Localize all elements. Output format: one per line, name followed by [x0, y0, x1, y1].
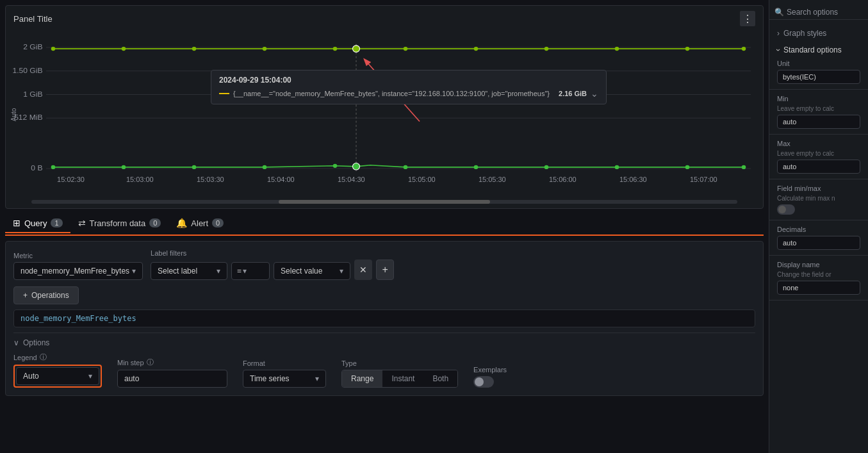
display-name-sub: Change the field or — [777, 271, 860, 278]
tab-transform-badge: 0 — [149, 218, 161, 227]
label-filters-controls: Select label ▾ = ▾ Select value ▾ ✕ + — [151, 259, 394, 280]
display-name-input[interactable] — [777, 281, 860, 295]
standard-options-header: › Standard options — [777, 45, 860, 54]
legend-option-label: Legend ⓘ — [13, 352, 102, 362]
metric-select[interactable]: node_memory_MemFree_bytes ▾ — [13, 262, 143, 280]
standard-options-label: Standard options — [783, 45, 842, 54]
min-option-label: Min — [777, 95, 860, 103]
type-instant-button[interactable]: Instant — [382, 370, 423, 387]
svg-point-44 — [742, 165, 746, 169]
options-label: Options — [23, 338, 49, 347]
svg-text:2 GiB: 2 GiB — [23, 42, 42, 51]
graph-styles-header: › Graph styles — [777, 29, 860, 38]
svg-line-46 — [364, 60, 420, 122]
operations-label: Operations — [31, 291, 69, 300]
tab-alert-badge: 0 — [212, 218, 224, 227]
graph-styles-label: Graph styles — [783, 29, 826, 38]
min-option-input[interactable] — [777, 115, 860, 129]
svg-text:15:03:30: 15:03:30 — [197, 176, 224, 183]
max-option-sub: Leave empty to calc — [777, 150, 860, 157]
type-group: Range Instant Both — [341, 370, 458, 388]
standard-options-chevron-icon: › — [774, 49, 783, 51]
alert-tab-icon: 🔔 — [176, 218, 187, 228]
y-axis-label: Auto — [10, 108, 17, 122]
max-option-input[interactable] — [777, 160, 860, 174]
value-chevron-icon: ▾ — [340, 267, 343, 276]
svg-point-35 — [192, 165, 197, 169]
standard-options-section[interactable]: › Standard options — [769, 42, 868, 54]
svg-text:15:07:00: 15:07:00 — [690, 176, 717, 183]
decimals-option-label: Decimals — [777, 226, 860, 233]
svg-point-30 — [615, 47, 619, 51]
value-select[interactable]: Select value ▾ — [274, 262, 350, 280]
clear-filter-button[interactable]: ✕ — [354, 259, 372, 280]
svg-text:15:03:00: 15:03:00 — [126, 176, 154, 183]
legend-info-icon: ⓘ — [40, 352, 47, 362]
operations-button[interactable]: + Operations — [13, 286, 79, 304]
graph-styles-section[interactable]: › Graph styles — [769, 25, 868, 42]
svg-text:15:05:00: 15:05:00 — [408, 176, 436, 183]
panel-menu-button[interactable]: ⋮ — [740, 11, 755, 26]
unit-option-label: Unit — [777, 60, 860, 67]
unit-option-value[interactable]: bytes(IEC) — [777, 70, 860, 84]
format-chevron-icon: ▾ — [315, 374, 319, 383]
transform-tab-icon: ⇄ — [78, 218, 86, 228]
tab-query-label: Query — [24, 218, 47, 228]
svg-text:15:04:00: 15:04:00 — [267, 176, 295, 183]
chart-svg: 2 GiB 1.50 GiB 1 GiB 512 MiB 0 B 15:02:3… — [11, 34, 758, 195]
tab-transform[interactable]: ⇄ Transform data 0 — [70, 214, 169, 233]
operator-select[interactable]: = ▾ — [231, 262, 270, 280]
query-expression[interactable]: node_memory_MemFree_bytes — [13, 309, 755, 327]
decimals-option: Decimals — [769, 220, 868, 256]
label-filters-group: Label filters Select label ▾ = ▾ Select … — [151, 249, 394, 280]
sidebar-search[interactable]: 🔍 Search options — [769, 5, 868, 20]
svg-point-38 — [353, 163, 360, 170]
type-both-button[interactable]: Both — [423, 370, 457, 387]
legend-select[interactable]: Auto ▾ — [16, 367, 99, 385]
svg-point-36 — [263, 165, 267, 169]
tab-alert[interactable]: 🔔 Alert 0 — [168, 214, 231, 233]
operations-plus-icon: + — [23, 291, 28, 300]
field-minmax-option: Field min/max Calculate min max n — [769, 179, 868, 220]
query-tab-icon: ⊞ — [13, 218, 20, 228]
min-step-option-label: Min step ⓘ — [117, 358, 227, 367]
svg-point-29 — [545, 47, 549, 51]
search-options-label: Search options — [787, 8, 838, 17]
graph-styles-chevron-icon: › — [777, 29, 780, 38]
tab-alert-label: Alert — [191, 218, 208, 228]
format-option-label: Format — [243, 359, 326, 367]
add-filter-button[interactable]: + — [376, 259, 394, 280]
metric-value: node_memory_MemFree_bytes — [20, 267, 129, 276]
metric-field-group: Metric node_memory_MemFree_bytes ▾ — [13, 252, 143, 280]
svg-point-32 — [742, 47, 746, 51]
label-select[interactable]: Select label ▾ — [151, 262, 227, 280]
type-option-label: Type — [341, 359, 458, 367]
svg-text:1.50 GiB: 1.50 GiB — [12, 66, 42, 75]
svg-text:0 B: 0 B — [31, 163, 42, 172]
min-option: Min Leave empty to calc — [769, 90, 868, 135]
exemplars-option-label: Exemplars — [473, 366, 507, 374]
decimals-option-input[interactable] — [777, 236, 860, 250]
svg-point-21 — [51, 47, 56, 51]
field-minmax-label: Field min/max — [777, 185, 860, 192]
exemplars-toggle[interactable] — [473, 376, 494, 388]
svg-point-26 — [353, 45, 360, 53]
min-step-input[interactable] — [117, 370, 227, 388]
chart-scrollbar[interactable] — [6, 198, 763, 206]
svg-point-23 — [192, 47, 197, 51]
svg-point-40 — [474, 165, 479, 169]
tab-query[interactable]: ⊞ Query 1 — [5, 214, 70, 233]
svg-point-39 — [404, 165, 408, 169]
options-toggle[interactable]: ∨ Options — [13, 338, 755, 347]
svg-text:15:02:30: 15:02:30 — [57, 176, 85, 183]
max-option-label: Max — [777, 140, 860, 147]
tab-transform-label: Transform data — [90, 218, 146, 228]
format-value: Time series — [250, 374, 290, 383]
exemplars-option-group: Exemplars — [473, 366, 507, 388]
format-select[interactable]: Time series ▾ — [243, 370, 326, 388]
field-minmax-toggle[interactable] — [777, 204, 795, 215]
metric-label: Metric — [13, 252, 143, 259]
type-range-button[interactable]: Range — [342, 370, 382, 387]
svg-text:1 GiB: 1 GiB — [23, 90, 42, 99]
svg-text:15:05:30: 15:05:30 — [479, 176, 506, 183]
